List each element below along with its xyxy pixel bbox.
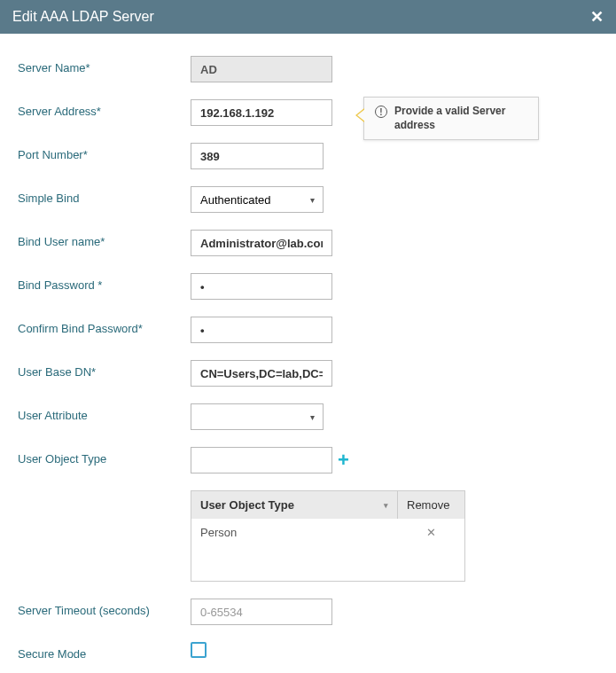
bind-password-input[interactable] [191, 273, 332, 300]
row-bind-password: Bind Password * [18, 273, 598, 300]
dialog-title: Edit AAA LDAP Server [12, 9, 154, 25]
row-bind-username: Bind User name* [18, 230, 598, 256]
label-user-base-dn: User Base DN* [18, 360, 191, 379]
validation-tooltip: ! Provide a valid Server address [363, 97, 539, 140]
add-object-type-button[interactable]: + [338, 450, 349, 470]
server-timeout-input[interactable] [191, 599, 332, 625]
table-header-remove: Remove [398, 491, 464, 519]
row-object-type-table: User Object Type ▾ Remove Person ✕ [18, 490, 598, 582]
label-port-number: Port Number* [18, 143, 191, 161]
label-simple-bind: Simple Bind [18, 186, 191, 205]
table-header-type-label: User Object Type [200, 498, 294, 512]
tooltip-arrow-inner-icon [357, 109, 365, 121]
row-user-base-dn: User Base DN* [18, 360, 598, 387]
row-simple-bind: Simple Bind Authenticated [18, 186, 598, 213]
label-bind-password: Bind Password * [18, 273, 191, 292]
close-button[interactable]: ✕ [590, 7, 604, 27]
user-object-type-input[interactable] [191, 447, 332, 473]
label-server-timeout: Server Timeout (seconds) [18, 599, 191, 619]
label-bind-username: Bind User name* [18, 230, 191, 248]
object-type-table: User Object Type ▾ Remove Person ✕ [191, 490, 465, 582]
row-server-name: Server Name* [18, 56, 598, 82]
label-secure-mode: Secure Mode [18, 642, 191, 661]
label-user-attribute: User Attribute [18, 403, 191, 422]
user-attribute-select[interactable] [191, 403, 324, 430]
dialog-header: Edit AAA LDAP Server ✕ [0, 0, 616, 34]
table-cell-type: Person [191, 519, 398, 546]
row-secure-mode: Secure Mode [18, 642, 598, 661]
label-server-name: Server Name* [18, 56, 191, 74]
label-object-type-table [18, 490, 191, 496]
form-body: Server Name* Server Address* ! Provide a… [0, 34, 616, 673]
table-row: Person ✕ [191, 519, 464, 546]
confirm-bind-password-input[interactable] [191, 317, 332, 343]
label-user-object-type: User Object Type [18, 447, 191, 466]
table-body: Person ✕ [191, 519, 464, 581]
bind-username-input[interactable] [191, 230, 332, 256]
row-server-address: Server Address* ! Provide a valid Server… [18, 99, 598, 126]
port-number-input[interactable] [191, 143, 324, 169]
remove-row-button[interactable]: ✕ [398, 519, 464, 546]
chevron-down-icon: ▾ [384, 501, 388, 510]
table-header-type[interactable]: User Object Type ▾ [191, 491, 398, 519]
row-confirm-bind-password: Confirm Bind Password* [18, 317, 598, 343]
server-address-input[interactable] [191, 99, 332, 126]
info-icon: ! [375, 106, 387, 118]
secure-mode-checkbox[interactable] [191, 642, 207, 658]
row-user-object-type: User Object Type + [18, 447, 598, 473]
table-header: User Object Type ▾ Remove [191, 491, 464, 519]
user-base-dn-input[interactable] [191, 360, 332, 387]
server-name-input[interactable] [191, 56, 332, 82]
label-confirm-bind-password: Confirm Bind Password* [18, 317, 191, 335]
row-user-attribute: User Attribute [18, 403, 598, 430]
tooltip-text: Provide a valid Server address [394, 105, 527, 132]
row-server-timeout: Server Timeout (seconds) [18, 599, 598, 625]
row-port-number: Port Number* [18, 143, 598, 169]
label-server-address: Server Address* [18, 99, 191, 118]
simple-bind-select[interactable]: Authenticated [191, 186, 324, 213]
